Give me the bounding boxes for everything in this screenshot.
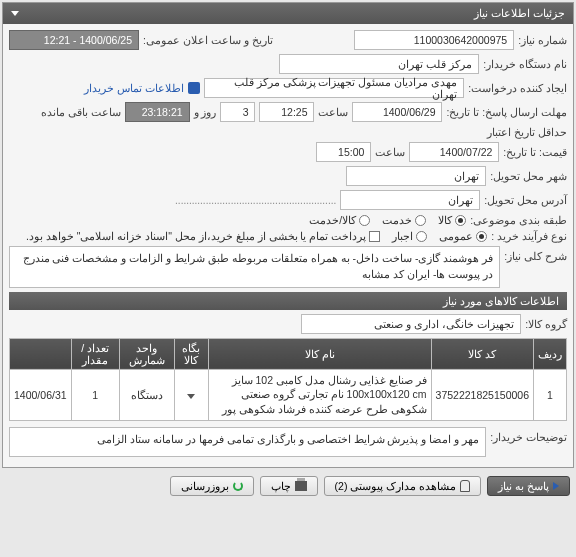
- price-time-label: ساعت: [375, 146, 405, 158]
- col-code: کد کالا: [431, 338, 533, 369]
- process-label: نوع فرآیند خرید :: [491, 230, 567, 242]
- attachments-button[interactable]: مشاهده مدارک پیوستی (2): [324, 476, 482, 496]
- refresh-button[interactable]: بروزرسانی: [170, 476, 254, 496]
- col-unit: واحد شمارش: [119, 338, 174, 369]
- request-no-field: 1100030642000975: [354, 30, 514, 50]
- panel-body: شماره نیاز: 1100030642000975 تاریخ و ساع…: [3, 24, 573, 467]
- refresh-icon: [233, 481, 243, 491]
- cell-code: 3752221825150006: [431, 369, 533, 420]
- requester-label: ایجاد کننده درخواست:: [468, 82, 567, 94]
- radio-force[interactable]: اجبار: [392, 230, 427, 242]
- time-remaining-field: 23:18:21: [125, 102, 190, 122]
- chevron-down-icon[interactable]: [11, 11, 19, 16]
- price-date-label: قیمت: تا تاریخ:: [503, 146, 567, 158]
- col-date: [10, 338, 72, 369]
- main-panel: جزئیات اطلاعات نیاز شماره نیاز: 11000306…: [2, 2, 574, 468]
- radio-service[interactable]: خدمت: [382, 214, 426, 226]
- radio-icon: [359, 215, 370, 226]
- days-remaining-field: 3: [220, 102, 255, 122]
- reply-icon: [553, 482, 559, 490]
- cell-qty: 1: [71, 369, 119, 420]
- col-name: نام کالا: [208, 338, 431, 369]
- buyer-notes-label: توضیحات خریدار:: [490, 427, 567, 443]
- price-time-field: 15:00: [316, 142, 371, 162]
- delivery-city-field: تهران: [346, 166, 486, 186]
- radio-icon: [455, 215, 466, 226]
- checkbox-icon: [369, 231, 380, 242]
- panel-header: جزئیات اطلاعات نیاز: [3, 3, 573, 24]
- cell-idx: 1: [534, 369, 567, 420]
- table-row[interactable]: 1 3752221825150006 فر صنایع غذایی رشنال …: [10, 369, 567, 420]
- cell-pkg[interactable]: [174, 369, 208, 420]
- group-label: گروه کالا:: [525, 318, 567, 330]
- col-pkg: بگاه کالا: [174, 338, 208, 369]
- days-and-label: روز و: [194, 106, 217, 118]
- print-icon: [295, 481, 307, 491]
- radio-goods[interactable]: کالا: [438, 214, 466, 226]
- buyer-field: مرکز قلب تهران: [279, 54, 479, 74]
- cell-date: 1400/06/31: [10, 369, 72, 420]
- group-field: تجهیزات خانگی، اداری و صنعتی: [301, 314, 521, 334]
- radio-public[interactable]: عمومی: [439, 230, 487, 242]
- delivery-address-label: آدرس محل تحویل:: [484, 194, 567, 206]
- radio-icon: [416, 231, 427, 242]
- request-no-label: شماره نیاز:: [518, 34, 567, 46]
- price-date-field: 1400/07/22: [409, 142, 499, 162]
- public-date-label: تاریخ و ساعت اعلان عمومی:: [143, 34, 273, 46]
- buyer-notes-field: مهر و امضا و پذیرش شرایط اختصاصی و بارگذ…: [9, 427, 486, 457]
- reply-button[interactable]: پاسخ به نیاز: [487, 476, 570, 496]
- public-date-field: 1400/06/25 - 12:21: [9, 30, 139, 50]
- deadline-date-field: 1400/06/29: [352, 102, 442, 122]
- col-qty: تعداد / مقدار: [71, 338, 119, 369]
- chevron-down-icon: [187, 394, 195, 399]
- cell-name: فر صنایع غذایی رشنال مدل کامبی 102 سایز …: [208, 369, 431, 420]
- min-credit-label: حداقل تاریخ اعتبار: [487, 126, 567, 138]
- table-header-row: ردیف کد کالا نام کالا بگاه کالا واحد شما…: [10, 338, 567, 369]
- print-button[interactable]: چاپ: [260, 476, 318, 496]
- radio-icon: [415, 215, 426, 226]
- category-label: طبقه بندی موضوعی:: [470, 214, 567, 226]
- attachment-icon: [460, 480, 470, 492]
- description-label: شرح کلی نیاز:: [504, 246, 567, 262]
- delivery-city-label: شهر محل تحویل:: [490, 170, 567, 182]
- cell-unit: دستگاه: [119, 369, 174, 420]
- contact-link[interactable]: اطلاعات تماس خریدار: [84, 82, 184, 94]
- description-field: فر هوشمند گازی- ساخت داخل- به همراه متعل…: [9, 246, 500, 288]
- checkbox-payment[interactable]: پرداخت تمام یا بخشی از مبلغ خرید،از محل …: [26, 230, 380, 242]
- buyer-label: نام دستگاه خریدار:: [483, 58, 567, 70]
- process-radio-group: عمومی اجبار پرداخت تمام یا بخشی از مبلغ …: [26, 230, 487, 242]
- delivery-address-field: تهران: [340, 190, 480, 210]
- time-remaining-suffix: ساعت باقی مانده: [41, 106, 121, 118]
- col-row: ردیف: [534, 338, 567, 369]
- contact-icon: [188, 82, 200, 94]
- category-radio-group: کالا خدمت کالا/خدمت: [309, 214, 466, 226]
- radio-both[interactable]: کالا/خدمت: [309, 214, 370, 226]
- deadline-time-field: 12:25: [259, 102, 314, 122]
- goods-section-title: اطلاعات کالاهای مورد نیاز: [9, 292, 567, 310]
- footer-buttons: پاسخ به نیاز مشاهده مدارک پیوستی (2) چاپ…: [0, 470, 576, 502]
- goods-table: ردیف کد کالا نام کالا بگاه کالا واحد شما…: [9, 338, 567, 421]
- requester-field: مهدی مرادیان مسئول تجهیزات پزشکی مرکز قل…: [204, 78, 464, 98]
- deadline-time-label: ساعت: [318, 106, 348, 118]
- address-trail: ........................................…: [9, 195, 336, 206]
- deadline-label: مهلت ارسال پاسخ: تا تاریخ:: [446, 106, 567, 118]
- panel-title: جزئیات اطلاعات نیاز: [474, 7, 565, 20]
- radio-icon: [476, 231, 487, 242]
